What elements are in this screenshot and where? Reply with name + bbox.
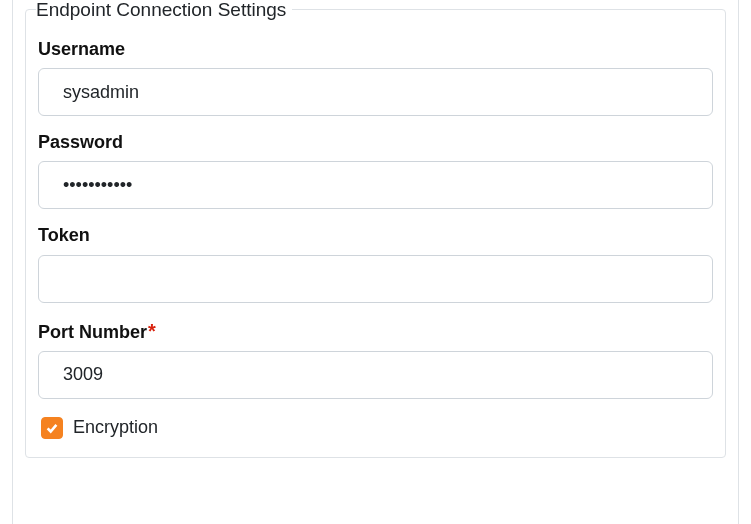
username-field-group: Username: [38, 37, 713, 116]
encryption-label: Encryption: [73, 417, 158, 438]
password-input[interactable]: [38, 161, 713, 209]
endpoint-connection-settings: Endpoint Connection Settings Username Pa…: [25, 0, 726, 458]
port-label-text: Port Number: [38, 322, 147, 342]
token-field-group: Token: [38, 223, 713, 302]
token-input[interactable]: [38, 255, 713, 303]
username-input[interactable]: [38, 68, 713, 116]
required-asterisk-icon: *: [148, 320, 156, 342]
username-label: Username: [38, 37, 713, 62]
encryption-field-group: Encryption: [38, 417, 713, 439]
password-label: Password: [38, 130, 713, 155]
form-container: Endpoint Connection Settings Username Pa…: [12, 0, 739, 524]
encryption-checkbox[interactable]: [41, 417, 63, 439]
settings-legend: Endpoint Connection Settings: [36, 0, 292, 19]
checkmark-icon: [45, 421, 59, 435]
port-label: Port Number*: [38, 317, 713, 345]
port-input[interactable]: [38, 351, 713, 399]
port-field-group: Port Number*: [38, 317, 713, 399]
token-label: Token: [38, 223, 713, 248]
password-field-group: Password: [38, 130, 713, 209]
